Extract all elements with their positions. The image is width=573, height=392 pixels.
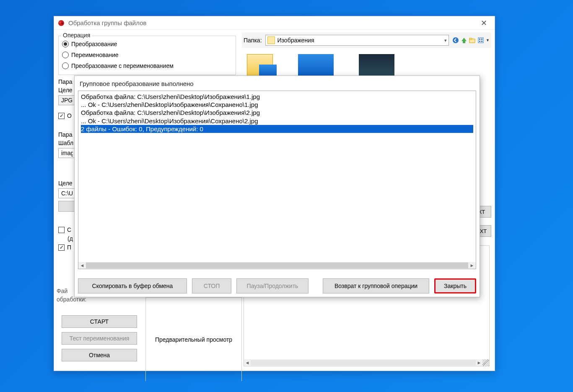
dialog-title: Групповое преобразование выполнено [75,76,480,91]
svg-point-3 [453,37,459,43]
start-button[interactable]: СТАРТ [62,315,137,328]
checkbox2-label-b: (д [67,235,73,242]
bottom-button-column: СТАРТ Тест переименования Отмена [62,315,137,366]
target-folder-label-partial: Целе [58,180,73,187]
svg-point-1 [59,21,61,23]
log-summary-line[interactable]: 2 файлы - Ошибок: 0, Предупреждений: 0 [81,125,473,133]
log-line[interactable]: ... Ok - C:\Users\zheni\Desktop\Изображе… [81,117,473,125]
radio-convert[interactable]: Преобразование [62,39,232,49]
checkbox-icon: ✓ [58,113,65,119]
app-icon [57,19,65,27]
log-line[interactable]: Обработка файла: C:\Users\zheni\Desktop\… [81,93,473,101]
thumbnail-image-1[interactable] [298,54,334,77]
folder-value: Изображения [277,37,314,44]
pause-resume-button[interactable]: Пауза/Продолжить [236,278,309,293]
params-label-partial: Пара [58,78,72,85]
checkbox-icon [58,227,65,233]
return-to-batch-button[interactable]: Возврат к групповой операции [323,278,429,293]
svg-rect-10 [481,41,482,42]
window-close-button[interactable]: ✕ [477,18,491,28]
checkbox2-label: С [67,226,71,233]
back-icon[interactable] [452,37,459,44]
view-icon[interactable] [477,37,484,44]
radio-icon [62,62,69,69]
svg-point-2 [62,22,64,24]
radio-icon [62,52,69,58]
resize-grip-icon[interactable] [482,359,489,366]
folder-icon [267,36,275,44]
preview-label: Предварительный просмотр [155,336,232,343]
conversion-complete-dialog: Групповое преобразование выполнено Обраб… [74,75,480,297]
log-content: Обработка файла: C:\Users\zheni\Desktop\… [78,91,476,262]
chevron-down-icon: ▾ [444,38,447,43]
log-line[interactable]: Обработка файла: C:\Users\zheni\Desktop\… [81,109,473,117]
new-folder-icon[interactable] [469,37,476,44]
dialog-button-row: Скопировать в буфер обмена СТОП Пауза/Пр… [78,278,476,293]
template-label-partial: Шабл [58,140,73,146]
svg-rect-6 [478,38,483,43]
log-line[interactable]: ... Ok - C:\Users\zheni\Desktop\Изображе… [81,101,473,109]
radio-rename[interactable]: Переименование [62,49,232,60]
test-rename-button[interactable]: Тест переименования [62,332,137,345]
radio-convert-rename-label: Преобразование с переименованием [71,62,174,69]
target-folder-input-partial[interactable] [58,188,76,198]
folder-toolbar: ▼ [452,37,490,44]
params2-label-partial: Пара [58,131,72,138]
view-dropdown-icon[interactable]: ▼ [486,38,490,42]
svg-rect-7 [479,39,480,40]
preview-horizontal-scrollbar[interactable]: ◄ ► [244,359,482,366]
radio-convert-rename[interactable]: Преобразование с переименованием [62,60,232,71]
up-icon[interactable] [461,37,467,44]
radio-icon [62,41,69,47]
log-listbox[interactable]: Обработка файла: C:\Users\zheni\Desktop\… [78,91,476,269]
folder-row: Папка: Изображения ▾ ▼ [242,32,491,48]
scroll-left-icon[interactable]: ◄ [244,360,251,365]
target-format-label-partial: Целе [58,87,73,93]
thumbnail-image-2[interactable] [359,54,394,77]
checkbox-icon: ✓ [58,244,65,251]
scroll-right-icon[interactable]: ► [468,263,476,268]
browse-button-partial[interactable] [58,201,76,212]
thumbnail-folder[interactable] [247,54,273,77]
cancel-button[interactable]: Отмена [62,349,137,361]
files-label-partial: Фай [57,288,67,294]
window-title: Обработка группы файлов [68,19,146,26]
operation-groupbox: Преобразование Переименование Преобразов… [58,36,236,75]
radio-rename-label: Переименование [71,52,119,58]
template-input-partial[interactable] [58,148,76,158]
svg-rect-9 [479,41,480,42]
stop-button[interactable]: СТОП [192,278,231,293]
folder-combobox[interactable]: Изображения ▾ [265,35,449,46]
log-horizontal-scrollbar[interactable]: ◄ ► [78,262,476,269]
radio-convert-label: Преобразование [71,41,117,47]
preview-label-box: Предварительный просмотр [145,297,242,381]
scroll-right-icon[interactable]: ► [476,360,482,365]
titlebar: Обработка группы файлов ✕ [54,16,495,30]
scroll-left-icon[interactable]: ◄ [78,263,86,268]
svg-rect-5 [469,38,472,39]
close-button[interactable]: Закрыть [434,278,476,293]
svg-rect-8 [481,39,482,40]
copy-clipboard-button[interactable]: Скопировать в буфер обмена [78,278,187,293]
folder-label: Папка: [244,37,262,44]
checkbox3-label: П [67,244,71,251]
checkbox-label-partial: О [67,112,72,119]
